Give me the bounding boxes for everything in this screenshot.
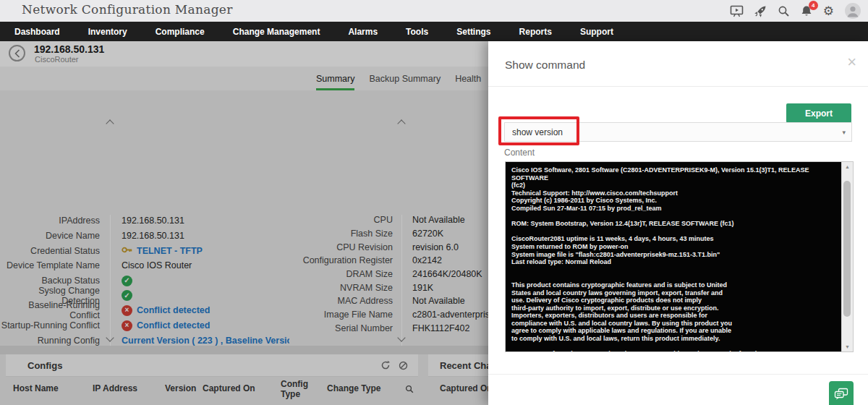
chat-widget-button[interactable] — [829, 381, 854, 405]
show-command-panel: Show command × Export show version ▾ Con… — [488, 41, 868, 405]
top-icon-row: 4 ⚙ — [730, 0, 861, 22]
command-output-terminal: Cisco IOS Software, 2801 Software (C2801… — [505, 161, 854, 352]
panel-title: Show command — [505, 59, 585, 72]
nav-compliance[interactable]: Compliance — [156, 27, 205, 37]
annotation-highlight-box — [498, 116, 579, 145]
top-header: Network Configuration Manager 4 ⚙ — [0, 0, 868, 22]
terminal-scrollbar[interactable]: ▲ ▼ — [841, 162, 853, 351]
nav-settings[interactable]: Settings — [456, 27, 490, 37]
export-button[interactable]: Export — [786, 103, 851, 123]
notification-badge: 4 — [809, 1, 818, 10]
nav-support[interactable]: Support — [580, 27, 613, 37]
app-window: Network Configuration Manager 4 ⚙ Dashbo… — [0, 0, 868, 405]
nav-dashboard[interactable]: Dashboard — [14, 27, 60, 37]
nav-inventory[interactable]: Inventory — [88, 27, 127, 37]
gear-icon[interactable]: ⚙ — [823, 5, 834, 17]
panel-footer-divider — [488, 374, 868, 375]
user-avatar[interactable] — [845, 3, 861, 19]
panel-divider — [488, 86, 868, 87]
rocket-icon[interactable] — [754, 5, 767, 17]
search-icon[interactable] — [778, 5, 790, 17]
scrollbar-thumb[interactable] — [843, 181, 851, 317]
nav-reports[interactable]: Reports — [519, 27, 552, 37]
chevron-down-icon: ▾ — [842, 129, 846, 136]
nav-tools[interactable]: Tools — [406, 27, 428, 37]
presentation-icon[interactable] — [730, 5, 744, 17]
terminal-text: Cisco IOS Software, 2801 Software (C2801… — [506, 162, 853, 352]
scrollbar-down-icon[interactable]: ▼ — [842, 344, 853, 349]
main-nav: Dashboard Inventory Compliance Change Ma… — [0, 22, 868, 41]
bell-icon[interactable]: 4 — [801, 5, 812, 17]
nav-alarms[interactable]: Alarms — [348, 27, 378, 37]
app-title: Network Configuration Manager — [22, 2, 233, 17]
modal-dim-overlay — [0, 41, 488, 405]
close-icon[interactable]: × — [847, 54, 856, 70]
content-label: Content — [504, 148, 535, 158]
nav-change-management[interactable]: Change Management — [233, 27, 320, 37]
scrollbar-up-icon[interactable]: ▲ — [842, 164, 853, 169]
